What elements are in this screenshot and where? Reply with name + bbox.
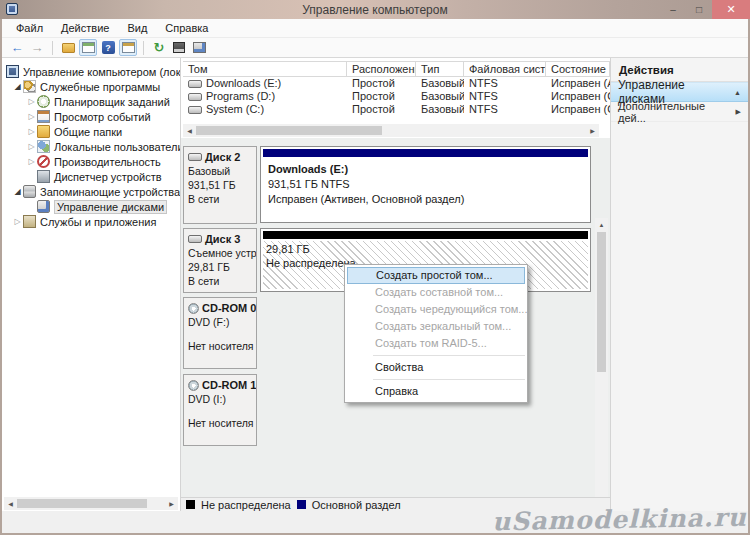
manage-button[interactable] — [190, 39, 208, 56]
graphical-view-vertical-scrollbar[interactable]: ▲ ▼ — [595, 218, 608, 511]
volume-row-downloads[interactable]: Downloads (E:) Простой Базовый NTFS Испр… — [183, 77, 610, 90]
tools-icon — [23, 80, 36, 93]
column-type[interactable]: Тип — [416, 62, 464, 76]
volume-row-system[interactable]: System (C:) Простой Базовый NTFS Исправе… — [183, 103, 610, 116]
collapse-icon[interactable]: ▲ — [734, 89, 741, 96]
event-viewer-icon — [37, 110, 50, 123]
scroll-up-icon[interactable]: ▲ — [595, 218, 608, 231]
tree-item-services[interactable]: Службы и приложения — [2, 214, 180, 229]
tree-item-task-scheduler[interactable]: Планировщик заданий — [2, 94, 180, 109]
volume-name: Programs (D:) — [206, 90, 275, 103]
primary-partition-stripe — [263, 149, 588, 157]
volume-name: Downloads (E:) — [206, 77, 281, 90]
minimize-button[interactable]: – — [660, 0, 686, 19]
collapse-arrow-icon[interactable] — [12, 184, 23, 199]
tree-item-computer-management[interactable]: Управление компьютером (локальн — [2, 64, 180, 79]
toolbar-separator — [52, 41, 53, 55]
volume-layout: Простой — [347, 90, 416, 103]
menu-item-new-simple-volume[interactable]: Создать простой том... — [347, 267, 525, 284]
expand-arrow-icon[interactable] — [26, 94, 37, 109]
menu-separator — [373, 355, 525, 356]
menu-help[interactable]: Справка — [156, 22, 217, 34]
menu-file[interactable]: Файл — [7, 22, 52, 34]
disk-icon — [188, 235, 202, 243]
disk2-partition[interactable]: Downloads (E:) 931,51 ГБ NTFS Исправен (… — [260, 146, 591, 223]
column-filesystem[interactable]: Файловая система — [464, 62, 546, 76]
tree-item-device-manager[interactable]: Диспетчер устройств — [2, 169, 180, 184]
menu-item-new-striped-volume: Создать чередующийся том... — [345, 301, 527, 318]
column-volume[interactable]: Том — [183, 62, 347, 76]
tree-item-disk-management[interactable]: Управление дисками — [2, 199, 180, 214]
volume-name: System (C:) — [206, 103, 264, 116]
cdrom0-label[interactable]: CD-ROM 0 DVD (F:) Нет носителя — [183, 297, 257, 369]
more-actions-item[interactable]: Дополнительные дей... ▶ — [611, 102, 748, 122]
menu-separator — [373, 379, 525, 380]
cdrom1-label[interactable]: CD-ROM 1 DVD (I:) Нет носителя — [183, 374, 257, 446]
scroll-left-icon[interactable]: ◀ — [183, 127, 196, 134]
tree-item-system-tools[interactable]: Служебные программы — [2, 79, 180, 94]
column-layout[interactable]: Расположение — [347, 62, 416, 76]
menu-view[interactable]: Вид — [118, 22, 156, 34]
disk-name: Диск 2 — [205, 151, 240, 163]
menu-item-properties[interactable]: Свойства — [345, 359, 527, 376]
volume-list-horizontal-scrollbar[interactable]: ◀ ▶ — [183, 124, 599, 137]
drive-letter: DVD (F:) — [188, 316, 253, 328]
menu-action[interactable]: Действие — [52, 22, 118, 34]
console-tree-button[interactable] — [79, 39, 97, 56]
scrollbar-thumb[interactable] — [196, 126, 382, 135]
properties-button[interactable] — [170, 39, 188, 56]
tree-item-shared-folders[interactable]: Общие папки — [2, 124, 180, 139]
disk2-label[interactable]: Диск 2 Базовый 931,51 ГБ В сети — [183, 146, 257, 224]
volume-status: Исправен (А — [546, 77, 610, 90]
shared-folders-icon — [37, 125, 50, 138]
tree-item-event-viewer[interactable]: Просмотр событий — [2, 109, 180, 124]
tree-item-storage[interactable]: Запоминающие устройства — [2, 184, 180, 199]
scrollbar-thumb[interactable] — [17, 499, 147, 508]
close-button[interactable]: ✕ — [712, 0, 750, 19]
window-title: Управление компьютером — [0, 3, 750, 17]
menu-item-new-spanned-volume: Создать составной том... — [345, 284, 527, 301]
volume-row-programs[interactable]: Programs (D:) Простой Базовый NTFS Испра… — [183, 90, 610, 103]
tree-horizontal-scrollbar[interactable]: ◀ ▶ — [4, 497, 178, 510]
unallocated-size: 29,81 ГБ — [266, 243, 356, 255]
menu-item-help[interactable]: Справка — [345, 383, 527, 400]
action-pane-button[interactable] — [119, 39, 137, 56]
expand-arrow-icon[interactable] — [26, 109, 37, 124]
scrollbar-thumb[interactable] — [597, 232, 606, 372]
scroll-right-icon[interactable]: ▶ — [586, 127, 599, 134]
volume-list-header[interactable]: Том Расположение Тип Файловая система Со… — [183, 61, 610, 77]
media-status: Нет носителя — [188, 417, 253, 429]
help-button[interactable]: ? — [99, 39, 117, 56]
volume-status: Исправен (С — [546, 90, 610, 103]
tree-item-performance[interactable]: Производительность — [2, 154, 180, 169]
expand-arrow-icon[interactable] — [12, 214, 23, 229]
volume-icon — [188, 80, 202, 88]
expand-arrow-icon[interactable] — [26, 139, 37, 154]
expand-arrow-icon[interactable] — [26, 154, 37, 169]
maximize-button[interactable]: □ — [686, 0, 712, 19]
volume-fs: NTFS — [464, 90, 546, 103]
partition-size: 931,51 ГБ NTFS — [268, 178, 588, 190]
scroll-left-icon[interactable]: ◀ — [4, 500, 17, 507]
volume-type: Базовый — [416, 77, 464, 90]
action-pane-icon — [122, 42, 135, 53]
collapse-arrow-icon[interactable] — [12, 79, 23, 94]
tree-item-local-users[interactable]: Локальные пользователи и гр — [2, 139, 180, 154]
back-button[interactable]: ← — [8, 39, 26, 56]
volume-type: Базовый — [416, 90, 464, 103]
users-icon — [37, 140, 50, 153]
disk-size: 931,51 ГБ — [188, 179, 253, 191]
volume-status: Исправен (С — [546, 103, 610, 116]
forward-button[interactable]: → — [28, 39, 46, 56]
folder-button[interactable] — [59, 39, 77, 56]
expand-arrow-icon[interactable] — [26, 124, 37, 139]
partition-status: Исправен (Активен, Основной раздел) — [268, 193, 588, 205]
column-status[interactable]: Состояние — [546, 62, 610, 76]
disk-size: 29,81 ГБ — [188, 261, 253, 273]
disk-management-icon — [37, 200, 50, 213]
title-bar: Управление компьютером – □ ✕ — [0, 0, 750, 19]
disk3-label[interactable]: Диск 3 Съемное устройство 29,81 ГБ В сет… — [183, 228, 257, 293]
scroll-right-icon[interactable]: ▶ — [165, 500, 178, 507]
task-scheduler-icon — [37, 95, 50, 108]
refresh-button[interactable]: ↻ — [150, 39, 168, 56]
